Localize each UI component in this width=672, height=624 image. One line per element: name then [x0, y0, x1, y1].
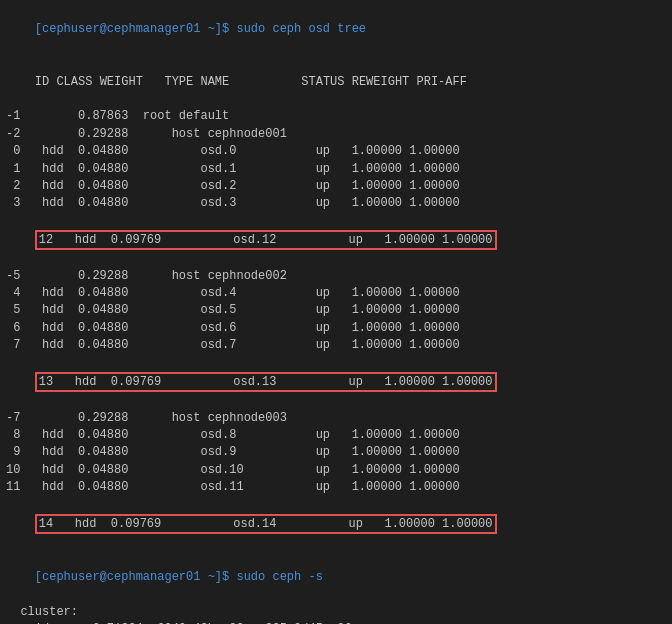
- osd-1: 1 hdd 0.04880 osd.1 up 1.00000 1.00000: [6, 161, 666, 178]
- osd-8: 8 hdd 0.04880 osd.8 up 1.00000 1.00000: [6, 427, 666, 444]
- osd-5: 5 hdd 0.04880 osd.5 up 1.00000 1.00000: [6, 302, 666, 319]
- osd-13: 13 hdd 0.09769 osd.13 up 1.00000 1.00000: [6, 355, 666, 410]
- prompt-osd-tree: [cephuser@cephmanager01 ~]$ sudo ceph os…: [6, 4, 666, 56]
- osd-4: 4 hdd 0.04880 osd.4 up 1.00000 1.00000: [6, 285, 666, 302]
- osd-7: 7 hdd 0.04880 osd.7 up 1.00000 1.00000: [6, 337, 666, 354]
- cluster-label: cluster:: [6, 604, 666, 621]
- host-cephnode002: -5 0.29288 host cephnode002: [6, 268, 666, 285]
- osd-11: 11 hdd 0.04880 osd.11 up 1.00000 1.00000: [6, 479, 666, 496]
- osd-9: 9 hdd 0.04880 osd.9 up 1.00000 1.00000: [6, 444, 666, 461]
- osd-3: 3 hdd 0.04880 osd.3 up 1.00000 1.00000: [6, 195, 666, 212]
- osd-tree-header: ID CLASS WEIGHT TYPE NAME STATUS REWEIGH…: [6, 56, 666, 108]
- prompt-ceph-s: [cephuser@cephmanager01 ~]$ sudo ceph -s: [6, 552, 666, 604]
- host-cephnode001: -2 0.29288 host cephnode001: [6, 126, 666, 143]
- osd-14: 14 hdd 0.09769 osd.14 up 1.00000 1.00000: [6, 497, 666, 552]
- osd-2: 2 hdd 0.04880 osd.2 up 1.00000 1.00000: [6, 178, 666, 195]
- terminal: [cephuser@cephmanager01 ~]$ sudo ceph os…: [0, 0, 672, 624]
- osd-12: 12 hdd 0.09769 osd.12 up 1.00000 1.00000: [6, 213, 666, 268]
- osd-0: 0 hdd 0.04880 osd.0 up 1.00000 1.00000: [6, 143, 666, 160]
- host-cephnode003: -7 0.29288 host cephnode003: [6, 410, 666, 427]
- osd-10: 10 hdd 0.04880 osd.10 up 1.00000 1.00000: [6, 462, 666, 479]
- osd-6: 6 hdd 0.04880 osd.6 up 1.00000 1.00000: [6, 320, 666, 337]
- osd-root: -1 0.87863 root default: [6, 108, 666, 125]
